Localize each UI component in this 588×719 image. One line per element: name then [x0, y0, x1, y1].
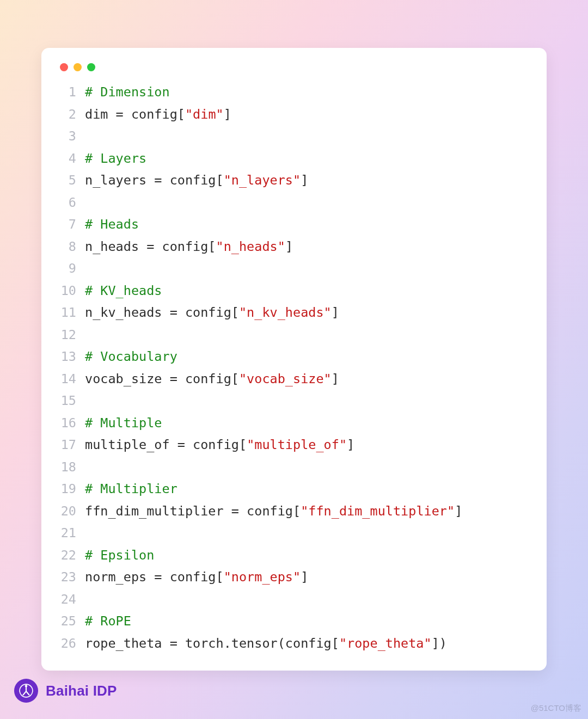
code-content [85, 588, 93, 611]
code-content: n_heads = config["n_heads"] [85, 236, 293, 258]
code-content: vocab_size = config["vocab_size"] [85, 368, 339, 390]
code-content: # Layers [85, 148, 146, 170]
line-number: 16 [60, 412, 85, 434]
code-content: n_kv_heads = config["n_kv_heads"] [85, 302, 339, 324]
watermark: @51CTO博客 [531, 703, 581, 714]
line-number: 17 [60, 434, 85, 456]
line-number: 25 [60, 610, 85, 632]
line-number: 21 [60, 522, 85, 544]
code-line: 21 [60, 522, 528, 544]
code-line: 25# RoPE [60, 610, 528, 632]
code-content: n_layers = config["n_layers"] [85, 169, 308, 192]
code-content: # Multiplier [85, 478, 177, 500]
code-line: 19# Multiplier [60, 478, 528, 500]
code-content: ffn_dim_multiplier = config["ffn_dim_mul… [85, 500, 462, 523]
line-number: 3 [60, 125, 85, 148]
line-number: 22 [60, 544, 85, 567]
code-content: # Heads [85, 213, 139, 236]
code-content: rope_theta = torch.tensor(config["rope_t… [85, 632, 447, 655]
line-number: 20 [60, 500, 85, 523]
line-number: 8 [60, 236, 85, 258]
code-content: # Dimension [85, 81, 170, 103]
code-line: 3 [60, 125, 528, 148]
line-number: 23 [60, 566, 85, 588]
minimize-icon [74, 63, 82, 71]
close-icon [60, 63, 68, 71]
code-content: multiple_of = config["multiple_of"] [85, 434, 354, 456]
code-line: 15 [60, 390, 528, 412]
code-content [85, 192, 93, 214]
code-block: 1# Dimension2dim = config["dim"]3 4# Lay… [60, 81, 528, 654]
line-number: 4 [60, 148, 85, 170]
code-content: # RoPE [85, 610, 131, 632]
line-number: 2 [60, 103, 85, 126]
code-line: 8n_heads = config["n_heads"] [60, 236, 528, 258]
code-line: 20ffn_dim_multiplier = config["ffn_dim_m… [60, 500, 528, 523]
code-line: 13# Vocabulary [60, 346, 528, 368]
code-line: 24 [60, 588, 528, 611]
code-line: 2dim = config["dim"] [60, 103, 528, 126]
code-content: # Epsilon [85, 544, 154, 567]
code-content [85, 324, 93, 346]
code-content: dim = config["dim"] [85, 103, 231, 126]
code-content: # Vocabulary [85, 346, 177, 368]
line-number: 19 [60, 478, 85, 500]
code-line: 10# KV_heads [60, 280, 528, 302]
code-content [85, 456, 93, 478]
code-line: 11n_kv_heads = config["n_kv_heads"] [60, 302, 528, 324]
window-controls [60, 63, 528, 71]
code-line: 18 [60, 456, 528, 478]
line-number: 15 [60, 390, 85, 412]
code-line: 22# Epsilon [60, 544, 528, 567]
line-number: 18 [60, 456, 85, 478]
line-number: 9 [60, 257, 85, 280]
line-number: 6 [60, 192, 85, 214]
line-number: 11 [60, 302, 85, 324]
brand-text: Baihai IDP [46, 683, 117, 699]
line-number: 26 [60, 632, 85, 655]
line-number: 5 [60, 169, 85, 192]
code-content [85, 522, 93, 544]
line-number: 24 [60, 588, 85, 611]
maximize-icon [87, 63, 95, 71]
line-number: 10 [60, 280, 85, 302]
footer: Baihai IDP [14, 679, 117, 703]
line-number: 1 [60, 81, 85, 103]
code-content [85, 257, 93, 280]
code-line: 5n_layers = config["n_layers"] [60, 169, 528, 192]
line-number: 13 [60, 346, 85, 368]
brand-logo-icon [14, 679, 38, 703]
code-line: 23norm_eps = config["norm_eps"] [60, 566, 528, 588]
svg-point-1 [25, 685, 27, 687]
code-line: 1# Dimension [60, 81, 528, 103]
code-line: 12 [60, 324, 528, 346]
code-content: # Multiple [85, 412, 162, 434]
code-content [85, 390, 93, 412]
code-line: 16# Multiple [60, 412, 528, 434]
code-line: 17multiple_of = config["multiple_of"] [60, 434, 528, 456]
line-number: 14 [60, 368, 85, 390]
code-line: 9 [60, 257, 528, 280]
code-content: # KV_heads [85, 280, 162, 302]
code-line: 14vocab_size = config["vocab_size"] [60, 368, 528, 390]
line-number: 12 [60, 324, 85, 346]
code-card: 1# Dimension2dim = config["dim"]3 4# Lay… [41, 48, 547, 671]
code-content: norm_eps = config["norm_eps"] [85, 566, 308, 588]
code-line: 7# Heads [60, 213, 528, 236]
code-line: 26rope_theta = torch.tensor(config["rope… [60, 632, 528, 655]
code-line: 6 [60, 192, 528, 214]
code-content [85, 125, 93, 148]
code-line: 4# Layers [60, 148, 528, 170]
line-number: 7 [60, 213, 85, 236]
